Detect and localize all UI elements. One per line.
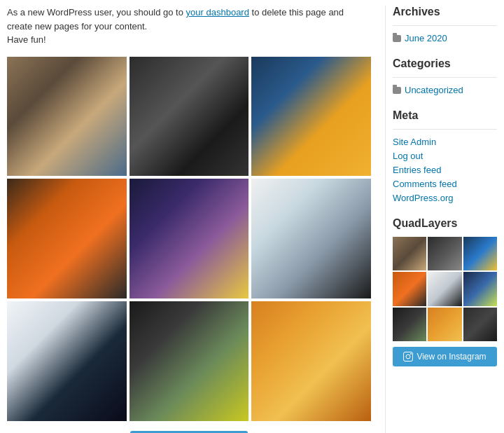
ql-thumb[interactable] — [428, 272, 461, 305]
meta-link-siteadmin[interactable]: Site Admin — [393, 137, 497, 147]
categories-title: Categories — [393, 57, 497, 70]
ql-thumb[interactable] — [463, 237, 497, 270]
archives-title: Archives — [393, 6, 497, 18]
categories-divider — [393, 77, 497, 78]
gallery-item[interactable] — [130, 179, 249, 298]
quadlayers-section: QuadLayers View on Instagram — [393, 217, 497, 366]
ql-thumb[interactable] — [463, 308, 497, 341]
ql-thumb[interactable] — [428, 308, 461, 341]
folder-icon — [393, 35, 401, 42]
notice-prefix: As a new WordPress user, you should go t… — [7, 7, 186, 18]
quadlayers-grid — [393, 237, 497, 341]
ql-thumb[interactable] — [393, 308, 426, 341]
meta-divider — [393, 129, 497, 130]
ql-thumb[interactable] — [393, 237, 426, 270]
gallery-item[interactable] — [130, 57, 249, 177]
ql-thumb[interactable] — [393, 272, 426, 305]
gallery-item[interactable] — [251, 57, 371, 177]
main-content: As a new WordPress user, you should go t… — [7, 6, 385, 433]
category-item: Uncategorized — [393, 85, 497, 95]
gallery-item[interactable] — [7, 179, 127, 298]
gallery-item[interactable] — [7, 57, 127, 177]
archive-item: June 2020 — [393, 33, 497, 43]
gallery-item[interactable] — [251, 301, 371, 421]
quadlayers-view-label: View on Instagram — [416, 352, 486, 362]
gallery-item[interactable] — [7, 301, 127, 421]
quadlayers-title: QuadLayers — [393, 217, 497, 230]
meta-link-logout[interactable]: Log out — [393, 151, 497, 161]
sidebar: Archives June 2020 Categories Uncategori… — [385, 6, 497, 433]
meta-link-entries[interactable]: Entries feed — [393, 165, 497, 175]
archive-link-june2020[interactable]: June 2020 — [405, 33, 447, 43]
ql-thumb[interactable] — [463, 272, 497, 305]
quadlayers-view-button[interactable]: View on Instagram — [393, 347, 497, 366]
meta-link-wordpress[interactable]: WordPress.org — [393, 193, 497, 203]
page-wrapper: As a new WordPress user, you should go t… — [0, 0, 504, 433]
archives-section: Archives June 2020 — [393, 6, 497, 43]
categories-section: Categories Uncategorized — [393, 57, 497, 95]
archives-divider — [393, 25, 497, 26]
category-link-uncategorized[interactable]: Uncategorized — [405, 85, 463, 95]
dashboard-link[interactable]: your dashboard — [186, 7, 249, 18]
meta-title: Meta — [393, 109, 497, 122]
view-instagram-button[interactable]: View on Instagram — [130, 431, 247, 433]
gallery-grid — [7, 57, 371, 421]
ql-thumb[interactable] — [428, 237, 461, 270]
notice-text: As a new WordPress user, you should go t… — [7, 6, 371, 47]
meta-section: Meta Site Admin Log out Entries feed Com… — [393, 109, 497, 203]
instagram-icon — [403, 352, 413, 362]
meta-link-comments[interactable]: Comments feed — [393, 179, 497, 189]
folder-icon — [393, 87, 401, 94]
notice-fun: Have fun! — [7, 34, 46, 45]
gallery-item[interactable] — [251, 179, 371, 298]
gallery-item[interactable] — [130, 301, 249, 421]
